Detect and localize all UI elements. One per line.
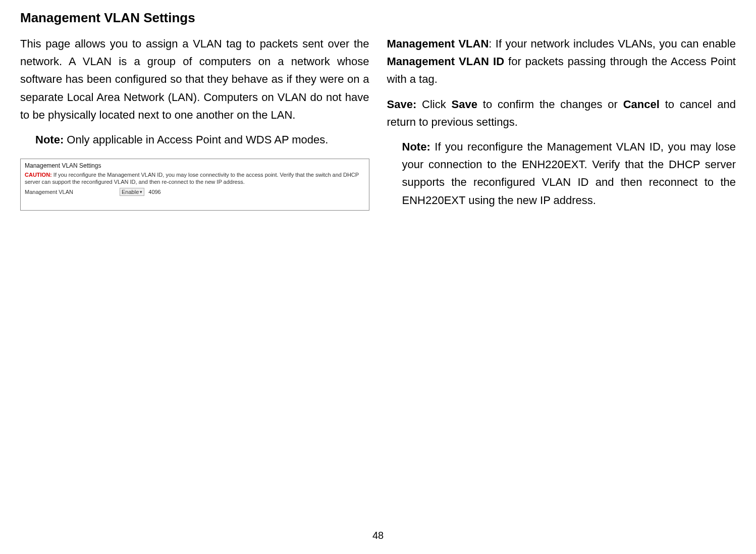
right-column: Management VLAN: If your network include… — [387, 35, 736, 219]
caution-label: CAUTION: — [25, 172, 52, 178]
note-text: Only applicable in Access Point and WDS … — [64, 133, 328, 146]
page-title: Management VLAN Settings — [20, 10, 736, 26]
save-text-1: Click — [416, 98, 451, 111]
save-paragraph: Save: Click Save to confirm the changes … — [387, 95, 736, 131]
chevron-down-icon: ▾ — [140, 189, 142, 194]
mgmt-vlan-label: Management VLAN — [387, 37, 489, 50]
mgmt-vlan-paragraph: Management VLAN: If your network include… — [387, 35, 736, 88]
caution-text: CAUTION: If you reconfigure the Manageme… — [25, 171, 365, 186]
note2-label: Note: — [402, 140, 430, 153]
note2-paragraph: Note: If you reconfigure the Management … — [387, 138, 736, 209]
left-column: This page allows you to assign a VLAN ta… — [20, 35, 369, 219]
page-number: 48 — [372, 530, 384, 541]
note2-text: If you reconfigure the Management VLAN I… — [402, 140, 736, 207]
vlan-row-label: Management VLAN — [25, 189, 116, 195]
note-label: Note: — [35, 133, 64, 146]
settings-panel-title: Management VLAN Settings — [25, 162, 365, 169]
vlan-row: Management VLAN Enable ▾ 4096 — [25, 188, 365, 196]
vlan-enable-dropdown[interactable]: Enable ▾ — [120, 188, 144, 196]
cancel-bold: Cancel — [623, 98, 660, 111]
save-label: Save: — [387, 98, 417, 111]
settings-panel: Management VLAN Settings CAUTION: If you… — [20, 159, 369, 211]
mgmt-vlan-id-bold: Management VLAN ID — [387, 55, 505, 68]
mgmt-text-1: : If your network includes VLANs, you ca… — [489, 37, 736, 50]
note-paragraph: Note: Only applicable in Access Point an… — [20, 131, 369, 148]
save-text-2: to confirm the changes or — [477, 98, 623, 111]
caution-body: If you reconfigure the Management VLAN I… — [25, 172, 359, 185]
save-bold-1: Save — [452, 98, 477, 111]
two-column-layout: This page allows you to assign a VLAN ta… — [20, 35, 736, 219]
vlan-id-value: 4096 — [148, 189, 160, 195]
intro-paragraph: This page allows you to assign a VLAN ta… — [20, 35, 369, 124]
dropdown-value: Enable — [122, 189, 139, 195]
